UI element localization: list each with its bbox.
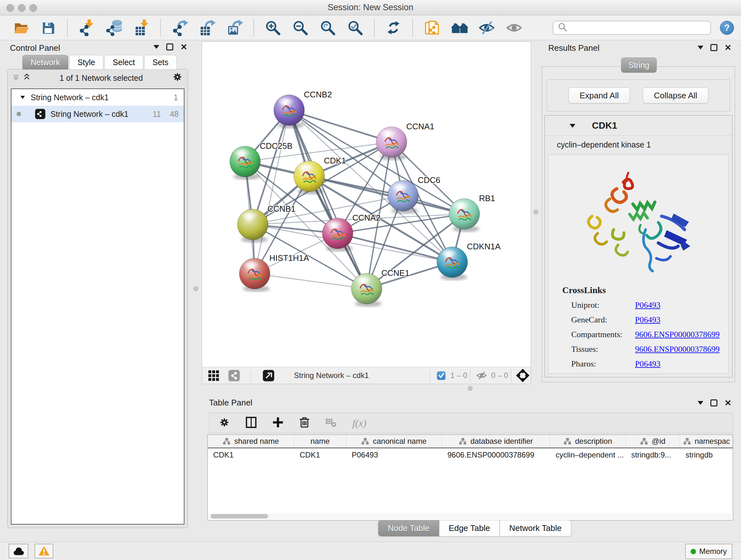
- expand-all-networks-icon[interactable]: [23, 73, 30, 83]
- node-result-header[interactable]: CDK1: [545, 116, 732, 136]
- open-in-new-window-icon[interactable]: [263, 367, 274, 384]
- table-cell[interactable]: CDK1: [208, 448, 294, 462]
- cloud-sync-button[interactable]: [9, 544, 28, 558]
- refresh-icon[interactable]: [385, 19, 402, 37]
- table-cell[interactable]: cyclin–dependent ...: [550, 448, 626, 462]
- table-cell[interactable]: CDK1: [294, 448, 346, 462]
- column-header-description[interactable]: description: [550, 435, 626, 448]
- delete-column-icon[interactable]: [299, 416, 310, 430]
- tab-string[interactable]: String: [621, 57, 657, 73]
- splitter-handle[interactable]: [534, 210, 538, 214]
- tab-sets[interactable]: Sets: [144, 55, 177, 70]
- network-options-gear-icon[interactable]: [172, 71, 183, 84]
- network-node-RB1[interactable]: [449, 199, 480, 232]
- search-input[interactable]: [568, 23, 706, 33]
- tab-style[interactable]: Style: [69, 55, 104, 70]
- close-panel-icon[interactable]: ✕: [724, 399, 731, 407]
- tab-network[interactable]: Network: [22, 55, 68, 70]
- import-table-icon[interactable]: [133, 19, 150, 37]
- zoom-fit-icon[interactable]: [319, 19, 336, 37]
- float-panel-icon[interactable]: [711, 399, 718, 407]
- network-node-CCNA1[interactable]: [376, 127, 407, 160]
- table-horizontal-scrollbar[interactable]: [209, 513, 732, 519]
- import-network-icon[interactable]: [78, 19, 95, 37]
- zoom-selected-icon[interactable]: [347, 19, 364, 37]
- network-node-CCNB1[interactable]: [238, 209, 268, 243]
- tab-select[interactable]: Select: [105, 55, 143, 70]
- crosslink-link[interactable]: P06493: [635, 315, 660, 325]
- collapse-all-button[interactable]: Collapse All: [643, 87, 709, 104]
- tab-network-table[interactable]: Network Table: [500, 520, 571, 537]
- network-node-CDK1[interactable]: [294, 161, 325, 194]
- tab-edge-table[interactable]: Edge Table: [439, 520, 500, 537]
- network-collection-row[interactable]: String Network – cdk1 1: [11, 89, 184, 106]
- column-header-canonical-name[interactable]: canonical name: [346, 435, 442, 448]
- network-edge[interactable]: [338, 233, 452, 262]
- section-expander-icon[interactable]: [569, 124, 576, 128]
- panel-menu-icon[interactable]: [697, 46, 703, 50]
- collapse-all-networks-icon[interactable]: [12, 73, 20, 83]
- column-header-namespac[interactable]: namespac: [680, 435, 733, 448]
- zoom-window-button[interactable]: [29, 4, 37, 12]
- panel-menu-icon[interactable]: [697, 401, 703, 405]
- hide-graphics-icon[interactable]: [478, 19, 495, 37]
- network-node-CDKN1A[interactable]: [437, 247, 468, 280]
- network-edge[interactable]: [255, 273, 367, 289]
- splitter-handle[interactable]: [468, 386, 473, 391]
- export-network-icon[interactable]: [171, 19, 188, 37]
- export-image-icon[interactable]: [226, 19, 243, 37]
- crosslink-link[interactable]: 9606.ENSP00000378699: [635, 345, 720, 354]
- close-window-button[interactable]: [6, 4, 14, 12]
- save-session-icon[interactable]: [40, 19, 57, 37]
- panel-menu-icon[interactable]: [153, 45, 159, 49]
- float-panel-icon[interactable]: [166, 44, 173, 51]
- table-options-gear-icon[interactable]: [218, 416, 230, 430]
- zoom-in-icon[interactable]: [264, 19, 281, 37]
- scrollbar-thumb[interactable]: [211, 514, 268, 518]
- memory-button[interactable]: Memory: [685, 544, 732, 559]
- network-node-CCNE1[interactable]: [351, 273, 382, 307]
- close-panel-icon[interactable]: ✕: [724, 44, 731, 52]
- table-cell[interactable]: stringdb:9...: [626, 448, 680, 462]
- table-row[interactable]: CDK1CDK1P064939606.ENSP00000378699cyclin…: [208, 448, 733, 462]
- network-node-CDC25B[interactable]: [230, 146, 260, 180]
- collection-expander-icon[interactable]: [20, 96, 25, 99]
- hidden-elements-icon[interactable]: [475, 367, 488, 384]
- open-session-icon[interactable]: [12, 19, 29, 37]
- close-panel-icon[interactable]: ✕: [180, 43, 187, 51]
- help-button[interactable]: ?: [720, 21, 734, 35]
- expand-all-button[interactable]: Expand All: [568, 87, 630, 104]
- crosslink-link[interactable]: P06493: [635, 359, 660, 369]
- splitter-handle[interactable]: [193, 287, 198, 291]
- search-box[interactable]: [553, 21, 711, 35]
- table-cell[interactable]: 9606.ENSP00000378699: [442, 448, 550, 462]
- column-header-shared-name[interactable]: shared name: [208, 435, 294, 448]
- show-columns-icon[interactable]: [245, 416, 257, 430]
- network-edge[interactable]: [289, 110, 392, 142]
- export-table-icon[interactable]: [199, 19, 216, 37]
- crosslink-link[interactable]: 9606.ENSP00000378699: [635, 330, 720, 339]
- network-node-HIST1H1A[interactable]: [239, 258, 270, 292]
- string-import-icon[interactable]: [423, 19, 441, 37]
- column-header-database-identifier[interactable]: database identifier: [442, 435, 550, 448]
- add-column-icon[interactable]: [272, 416, 284, 430]
- network-canvas[interactable]: CCNB2CCNA1CDC25BCDK1CDC6RB1CCNB1CCNA2CDK…: [202, 42, 531, 367]
- network-row[interactable]: String Network – cdk1 11 48: [11, 106, 184, 122]
- show-grid-icon[interactable]: [208, 367, 219, 384]
- table-cell[interactable]: P06493: [346, 448, 442, 462]
- minimize-window-button[interactable]: [18, 4, 25, 12]
- float-panel-icon[interactable]: [711, 44, 718, 51]
- show-graphics-icon[interactable]: [506, 19, 523, 37]
- zoom-out-icon[interactable]: [292, 19, 309, 37]
- column-header-name[interactable]: name: [294, 435, 346, 448]
- tab-node-table[interactable]: Node Table: [378, 520, 439, 537]
- column-header--id[interactable]: @id: [626, 435, 680, 448]
- crosslink-link[interactable]: P06493: [635, 300, 660, 310]
- import-database-icon[interactable]: [105, 19, 123, 37]
- table-cell[interactable]: stringdb: [680, 448, 733, 462]
- selected-checkbox[interactable]: [437, 367, 446, 384]
- network-edge[interactable]: [309, 176, 464, 214]
- network-node-CDC6[interactable]: [388, 180, 418, 214]
- homes-icon[interactable]: [451, 19, 468, 37]
- warnings-button[interactable]: [35, 544, 53, 558]
